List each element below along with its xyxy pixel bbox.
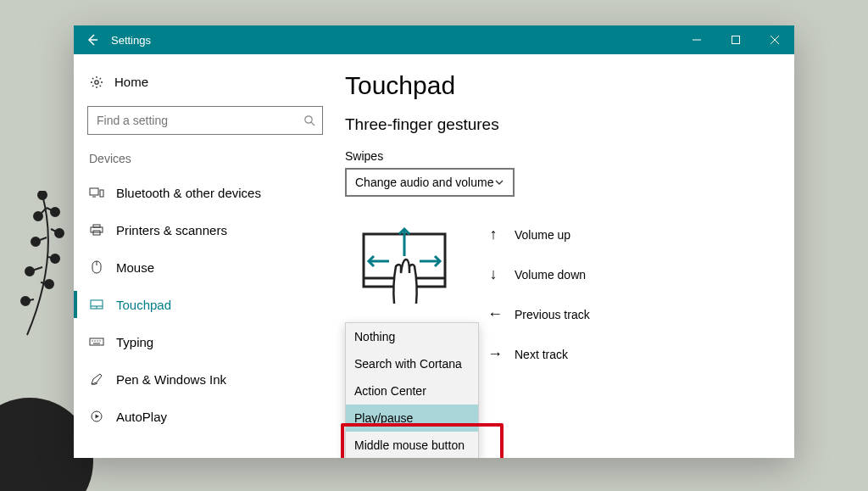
svg-rect-33 [90, 188, 98, 195]
gesture-left: ← Previous track [487, 305, 590, 323]
svg-rect-37 [91, 227, 103, 232]
svg-line-12 [36, 237, 47, 242]
svg-point-6 [25, 267, 34, 276]
sidebar-item-label: Mouse [116, 260, 154, 275]
svg-marker-51 [96, 415, 100, 419]
sidebar-item-label: Printers & scanners [116, 223, 227, 237]
touchpad-icon [89, 299, 104, 310]
minimize-button[interactable] [677, 25, 716, 54]
svg-point-45 [92, 340, 92, 341]
svg-line-15 [41, 282, 49, 284]
sidebar-item-label: Pen & Windows Ink [116, 372, 226, 387]
svg-line-11 [51, 229, 59, 233]
keyboard-icon [89, 338, 104, 346]
dropdown-option-search-cortana[interactable]: Search with Cortana [346, 350, 478, 377]
search-input[interactable]: Find a setting [87, 106, 323, 135]
maximize-icon [731, 35, 741, 45]
arrow-right-icon: → [487, 345, 499, 363]
taps-dropdown-menu: Nothing Search with Cortana Action Cente… [345, 322, 479, 458]
sidebar-item-label: Typing [116, 335, 153, 349]
arrow-left-icon: ← [487, 305, 499, 323]
mouse-icon [89, 260, 104, 274]
minimize-icon [692, 35, 702, 45]
swipes-value: Change audio and volume [355, 176, 493, 189]
window-title: Settings [111, 34, 151, 47]
chevron-down-icon [494, 177, 504, 187]
svg-line-14 [30, 267, 42, 271]
dropdown-option-middle-mouse[interactable]: Middle mouse button [346, 432, 478, 458]
dropdown-option-action-center[interactable]: Action Center [346, 377, 478, 405]
svg-point-46 [94, 340, 95, 341]
svg-line-27 [92, 78, 93, 79]
svg-line-9 [47, 208, 55, 212]
svg-point-8 [21, 297, 30, 305]
svg-point-0 [38, 191, 47, 199]
svg-point-47 [97, 340, 97, 341]
sidebar-item-mouse[interactable]: Mouse [74, 248, 337, 286]
dropdown-option-play-pause[interactable]: Play/pause [346, 405, 478, 432]
svg-point-48 [99, 340, 100, 341]
arrow-left-icon [86, 33, 99, 47]
svg-line-30 [100, 78, 101, 79]
arrow-up-icon: ↑ [487, 226, 499, 243]
svg-point-1 [51, 208, 59, 216]
gesture-left-label: Previous track [515, 308, 590, 321]
sidebar-item-pen[interactable]: Pen & Windows Ink [74, 360, 337, 398]
back-button[interactable] [74, 25, 111, 54]
sidebar: Home Find a setting Devices Bluetooth & … [74, 54, 337, 458]
pen-icon [89, 372, 104, 386]
content-area: Touchpad Three-finger gestures Swipes Ch… [337, 54, 794, 458]
titlebar: Settings [74, 25, 794, 54]
search-placeholder: Find a setting [97, 114, 303, 127]
sidebar-item-label: AutoPlay [116, 410, 167, 424]
svg-point-3 [55, 229, 64, 237]
sidebar-section-label: Devices [74, 150, 337, 174]
svg-point-4 [31, 237, 40, 246]
svg-point-5 [51, 254, 59, 263]
gesture-right-label: Next track [515, 348, 568, 361]
section-title: Three-finger gestures [345, 115, 777, 134]
close-button[interactable] [755, 25, 794, 54]
svg-line-10 [38, 208, 47, 216]
svg-line-29 [92, 85, 93, 86]
arrow-down-icon: ↓ [487, 265, 499, 283]
sidebar-item-label: Bluetooth & other devices [116, 186, 261, 200]
swipes-dropdown[interactable]: Change audio and volume [345, 168, 515, 197]
search-icon [303, 114, 315, 126]
sidebar-item-typing[interactable]: Typing [74, 323, 337, 360]
sidebar-item-bluetooth[interactable]: Bluetooth & other devices [74, 174, 337, 211]
gesture-up: ↑ Volume up [487, 226, 590, 243]
gear-icon [89, 75, 104, 89]
autoplay-icon [89, 410, 104, 422]
svg-point-7 [45, 280, 53, 288]
desktop-decor-branch [8, 191, 76, 360]
svg-line-28 [100, 85, 101, 86]
gesture-list: ↑ Volume up ↓ Volume down ← Previous tra… [487, 222, 590, 363]
swipes-label: Swipes [345, 149, 777, 163]
printer-icon [89, 224, 104, 236]
svg-point-22 [95, 80, 98, 83]
settings-window: Settings Home Find a setting Devices Blu… [74, 25, 794, 458]
page-title: Touchpad [345, 71, 777, 100]
svg-line-32 [311, 122, 314, 126]
close-icon [770, 35, 780, 45]
home-link[interactable]: Home [74, 70, 337, 94]
svg-line-16 [25, 299, 34, 301]
svg-point-2 [34, 212, 42, 220]
svg-line-13 [48, 257, 55, 259]
sidebar-item-label: Touchpad [116, 298, 171, 312]
maximize-button[interactable] [716, 25, 755, 54]
svg-rect-19 [732, 36, 740, 44]
svg-rect-44 [90, 338, 103, 345]
svg-point-31 [305, 116, 312, 123]
sidebar-item-touchpad[interactable]: Touchpad [74, 286, 337, 323]
gesture-right: → Next track [487, 345, 590, 363]
gesture-down: ↓ Volume down [487, 265, 590, 283]
dropdown-option-nothing[interactable]: Nothing [346, 323, 478, 350]
sidebar-item-printers[interactable]: Printers & scanners [74, 211, 337, 248]
gesture-up-label: Volume up [515, 228, 570, 242]
home-label: Home [114, 75, 148, 89]
sidebar-item-autoplay[interactable]: AutoPlay [74, 398, 337, 435]
gesture-down-label: Volume down [515, 268, 586, 282]
svg-rect-34 [100, 190, 103, 197]
